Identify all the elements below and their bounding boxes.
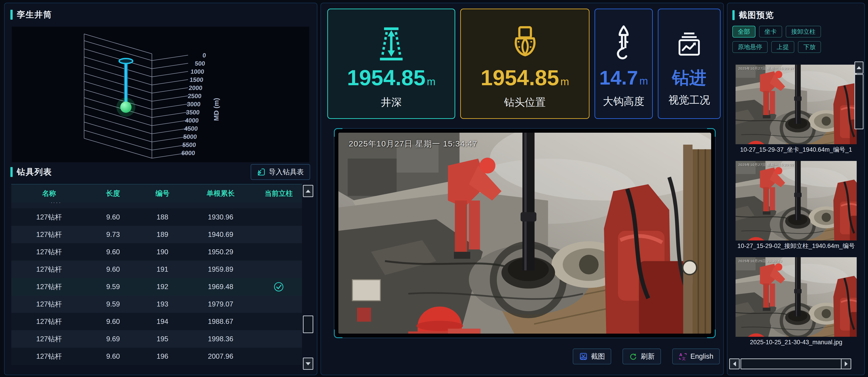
thumbnail-caption: 2025-10-25_21-30-43_manual.jpg (736, 337, 857, 348)
action-buttons: 截图 刷新 A 文 English (573, 348, 720, 364)
svg-text:2500: 2500 (188, 93, 202, 99)
table-row[interactable]: 127钻杆9.601901950.29 (11, 243, 302, 261)
table-scrollbar-thumb[interactable] (303, 316, 313, 333)
visual-condition-value: 钻进 (672, 69, 706, 86)
main-panel: 1954.85m 井深 1954.85m 钻头位置 (320, 3, 724, 375)
svg-text:2000: 2000 (188, 85, 203, 91)
filter-chip-坐卡[interactable]: 坐卡 (759, 26, 782, 37)
stat-card-bit-position: 1954.85m 钻头位置 (460, 8, 590, 119)
table-row[interactable]: 127钻杆9.601911959.89 (11, 261, 302, 278)
wellbore-panel: 孪生井筒 05001000150020002500300035004000450… (4, 3, 317, 375)
screenshot-preview-panel: 截图预览 全部坐卡接卸立柱原地悬停上提下放 2025年10月27日 星期一 15… (727, 3, 865, 375)
thumbnail-caption: 10-27_15-29-37_坐卡_1940.64m_编号_1 (736, 144, 857, 155)
table-row[interactable]: 127钻杆9.601941988.67 (11, 313, 302, 330)
monitor-icon (672, 20, 706, 63)
title-accent-bar (10, 167, 13, 177)
column-header: 名称 (11, 189, 87, 198)
preview-scrollbar-thumb[interactable] (855, 74, 864, 129)
import-drill-table-button[interactable]: 导入钻具表 (251, 164, 310, 180)
well-depth-label: 井深 (381, 95, 402, 109)
thumbnail-image: 2025年10月27日 星期一 15:29:02 (736, 161, 857, 241)
svg-text:6000: 6000 (181, 150, 195, 156)
svg-text:0: 0 (202, 52, 206, 59)
thumbnail-timestamp: 2025年10月27日 星期一 15:29:37 (738, 66, 794, 71)
wellbore-3d-view[interactable]: 0500100015002000250030003500400045005000… (12, 27, 309, 162)
language-toggle-button[interactable]: A 文 English (672, 348, 720, 364)
bit-position-label: 钻头位置 (504, 95, 546, 109)
stat-card-visual-condition: 钻进 视觉工况 (658, 8, 721, 119)
svg-text:3500: 3500 (186, 109, 200, 116)
thumbnail-caption: 10-27_15-29-02_接卸立柱_1940.64m_编号 (736, 241, 857, 251)
bit-position-value: 1954.85m (480, 67, 569, 89)
title-accent-bar (733, 10, 735, 20)
stat-card-well-depth: 1954.85m 井深 (327, 8, 455, 119)
title-accent-bar (10, 10, 13, 20)
translate-icon: A 文 (679, 352, 687, 361)
refresh-button[interactable]: 刷新 (622, 348, 661, 364)
preview-scroll-up-button[interactable] (855, 61, 864, 74)
preview-filter-chips: 全部坐卡接卸立柱原地悬停上提下放 (733, 26, 859, 53)
column-header: 单根累长 (186, 189, 256, 198)
thumbnail-image: 2025年10月25日 21:30:43 (736, 257, 857, 337)
svg-text:1500: 1500 (189, 76, 204, 83)
import-icon (257, 168, 266, 176)
filter-chip-接卸立柱[interactable]: 接卸立柱 (786, 26, 821, 37)
svg-text:500: 500 (195, 60, 205, 67)
visual-condition-label: 视觉工况 (669, 93, 710, 107)
wellbore-panel-title: 孪生井筒 (10, 9, 52, 20)
preview-scroll-right-button[interactable] (841, 358, 851, 369)
hook-height-value: 14.7m (599, 68, 648, 88)
filter-chip-原地悬停[interactable]: 原地悬停 (733, 41, 768, 53)
column-header: 长度 (87, 189, 139, 198)
table-row-partial[interactable]: 127钻杆9.601871921.36 (11, 202, 302, 209)
table-row[interactable]: 127钻杆9.591931979.07 (11, 295, 302, 313)
thumbnail-timestamp: 2025年10月25日 21:30:43 (738, 259, 782, 263)
svg-text:4000: 4000 (185, 117, 199, 124)
svg-text:5500: 5500 (182, 142, 196, 148)
svg-text:5000: 5000 (183, 133, 197, 140)
table-scroll-down-button[interactable] (303, 357, 313, 370)
screenshot-thumbnail[interactable]: 2025年10月27日 星期一 15:29:0210-27_15-29-02_接… (736, 161, 857, 251)
filter-chip-上提[interactable]: 上提 (771, 41, 794, 53)
derrick-icon (373, 18, 409, 61)
drill-table: 名称长度编号单根累长当前立柱 127钻杆9.601871921.36127钻杆9… (11, 184, 302, 370)
drill-bit-icon (507, 18, 543, 61)
live-video-frame: 2025年10月27日 星期一 15:34:47 (334, 128, 716, 338)
drill-list-title: 钻具列表 (10, 166, 52, 178)
thumbnail-timestamp: 2025年10月27日 星期一 15:29:02 (738, 163, 794, 167)
svg-text:3000: 3000 (187, 101, 201, 107)
stat-card-hook-height: 14.7m 大钩高度 (594, 8, 653, 119)
table-scroll-up-button[interactable] (303, 185, 313, 197)
table-row[interactable]: 127钻杆9.591921969.48 (11, 278, 302, 295)
table-row[interactable]: 127钻杆9.691951998.36 (11, 330, 302, 348)
svg-text:4500: 4500 (184, 125, 198, 132)
hook-height-label: 大钩高度 (603, 94, 645, 108)
stat-cards: 1954.85m 井深 1954.85m 钻头位置 (327, 8, 721, 119)
drill-table-body: 127钻杆9.601871921.36127钻杆9.601881930.9612… (11, 202, 302, 372)
hook-icon (609, 19, 638, 62)
filter-chip-全部[interactable]: 全部 (733, 26, 755, 37)
screenshot-thumbnail[interactable]: 2025年10月25日 21:30:432025-10-25_21-30-43_… (736, 257, 857, 348)
table-row[interactable]: 127钻杆9.601962007.96 (11, 348, 302, 365)
preview-scroll-left-button[interactable] (729, 358, 740, 369)
column-header: 当前立柱 (255, 189, 302, 198)
refresh-icon (629, 352, 638, 361)
column-header: 编号 (139, 189, 186, 198)
well-depth-value: 1954.85m (347, 67, 435, 89)
scissors-icon (579, 352, 588, 361)
preview-panel-title: 截图预览 (733, 9, 774, 21)
svg-text:1000: 1000 (190, 68, 204, 75)
thumbnail-image: 2025年10月27日 星期一 15:29:37 (736, 65, 857, 144)
screenshot-thumbnail[interactable]: 2025年10月27日 星期一 15:29:3710-27_15-29-37_坐… (736, 65, 857, 155)
screenshot-button[interactable]: 截图 (573, 348, 611, 364)
live-video-feed: 2025年10月27日 星期一 15:34:47 (338, 133, 711, 334)
table-row[interactable]: 127钻杆9.601881930.96 (11, 209, 302, 226)
screenshot-thumbnail-list: 2025年10月27日 星期一 15:29:3710-27_15-29-37_坐… (736, 65, 857, 353)
drill-table-header: 名称长度编号单根累长当前立柱 (11, 184, 302, 202)
table-row[interactable]: 127钻杆9.731891940.69 (11, 226, 302, 243)
filter-chip-下放[interactable]: 下放 (798, 41, 821, 53)
current-stand-check-icon (274, 282, 284, 292)
video-timestamp: 2025年10月27日 星期一 15:34:47 (349, 138, 477, 149)
svg-text:文: 文 (682, 356, 686, 361)
preview-hscrollbar-thumb[interactable] (741, 358, 846, 369)
